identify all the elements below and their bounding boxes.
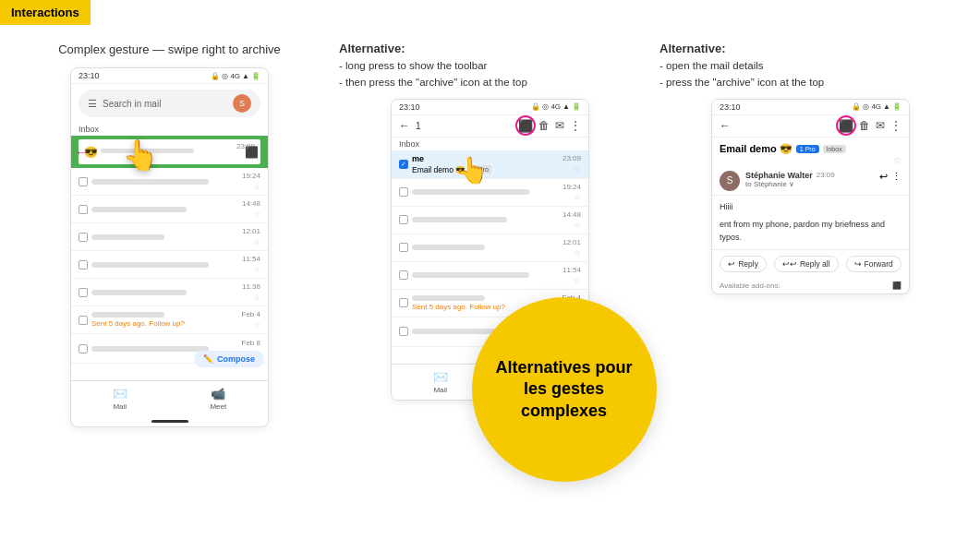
checkbox-6[interactable] [79,344,88,353]
email-content-5 [91,290,238,295]
time-row-4: 11:54 [242,255,260,263]
yellow-circle-overlay: Alternatives pour les gestes complexes [472,297,657,482]
email-content-fu: Sent 5 days ago. Follow up? [91,312,238,328]
checkbox-4[interactable] [79,260,88,270]
detail-title-row: Email demo 😎 1 Pro Inbox [720,143,901,155]
home-indicator-1 [151,420,188,423]
p2-cb-4[interactable] [399,270,408,280]
sender-avatar: S [720,171,740,191]
p2-time-2: 14:48 [563,210,581,219]
more-icon-3[interactable]: ⋮ [890,119,901,132]
panel2-alt-title: Alternative: [339,42,641,55]
time-2: 23:10 [399,102,420,112]
p2-star-2: ☆ [574,221,581,230]
search-placeholder: Search in mail [103,99,227,109]
mail-icon-1: ✉️ [113,387,127,401]
addons-bar: Available add-ons: ⬛ [712,278,909,293]
star-fu: ☆ [253,320,260,329]
panel1-title: Complex gesture — swipe right to archive [58,42,281,58]
4g-icon-3: 4G [871,102,881,111]
email-row-2: 14:48 ☆ [71,196,268,223]
forward-button[interactable]: ↪ Forward [846,256,901,272]
more-icon-2[interactable]: ⋮ [570,119,581,132]
delete-icon-3[interactable]: 🗑 [859,119,870,132]
detail-email-title: Email demo 😎 [720,143,792,155]
lock-icon-2: 🔒 [531,102,540,111]
checkbox-selected[interactable]: ✓ [399,160,408,169]
email-content-2 [91,207,238,212]
email-row-3: 12:01 ☆ [71,223,268,251]
p2-meta-1: 19:24 ☆ [563,183,581,202]
p2-cb-3[interactable] [399,243,408,252]
delete-icon-2[interactable]: 🗑 [538,119,550,132]
email-row-4: 11:54 ☆ [71,251,268,279]
p2-email-row-3: 12:01 ☆ [392,234,588,262]
reply-button[interactable]: ↩ Reply [720,256,767,272]
detail-star-area: ☆ [720,155,901,165]
body-hi: Hiiii [720,201,901,214]
p2-cb-2[interactable] [399,215,408,224]
gesture-hand-2: 👆 [456,155,489,186]
interactions-badge: Interactions [0,0,91,25]
p2-bar-1 [412,189,529,195]
4g-icon-2: 4G [550,102,561,111]
sender-info: Stéphanie Walter 23:09 to Stéphanie ∨ [745,171,874,188]
selected-meta: 23:09 ☆ [563,154,581,174]
meta-3: 12:01 ☆ [242,227,260,246]
selected-email-row: ✓ me Email demo 😎 1 Pro 23:09 ☆ 👆 [392,150,588,179]
email-bar-6 [91,346,209,352]
p2-meta-4: 11:54 ☆ [563,266,581,285]
email-row-followup: Sent 5 days ago. Follow up? Feb 4 ☆ [71,306,268,334]
email-content-3 [91,234,238,240]
p2-meta-2: 14:48 ☆ [563,210,581,230]
p2-cb-fu[interactable] [399,298,408,307]
email-icon-2[interactable]: ✉ [555,119,564,132]
nav-mail-1[interactable]: ✉️ Mail [113,387,127,411]
compose-button-1[interactable]: ✏️ Compose [194,351,264,367]
status-icons-1: 🔒 ◎ 4G ▲ 🔋 [211,72,260,80]
back-icon-2[interactable]: ← [399,119,410,132]
checkbox-3[interactable] [79,233,88,242]
selected-time: 23:09 [563,154,581,162]
lock-icon: 🔒 [211,72,220,80]
back-icon-3[interactable]: ← [720,119,731,132]
reply-label: Reply [738,259,758,269]
reply-arrow-icon: ↩ [728,259,735,269]
p2-cb-1[interactable] [399,187,408,197]
archive-icon-container: ⬛ [518,119,533,133]
checkbox-1[interactable] [79,177,88,186]
more-action-icon[interactable]: ⋮ [891,171,901,183]
status-icons-2: 🔒 ◎ 4G ▲ 🔋 [531,102,581,111]
signal-icon-3: ◎ [863,102,869,111]
pencil-icon-1: ✏️ [203,354,213,364]
checkbox-5[interactable] [79,288,88,297]
gmail-search-1[interactable]: ☰ Search in mail S [79,90,260,117]
body-text: ent from my phone, pardon my briefness a… [720,219,901,244]
swipe-arrow-icon: ← [75,145,88,160]
hamburger-icon: ☰ [88,98,97,110]
checkbox-fu[interactable] [79,316,88,325]
swipe-email-content: 😎 23:09 ☆ [79,139,260,164]
mail-label-2: Mail [433,386,447,394]
forward-label: Forward [865,259,893,269]
checkbox-2[interactable] [79,205,88,214]
lock-icon-3: 🔒 [852,102,861,111]
p2-cb-6[interactable] [399,327,408,336]
time-1: 23:10 [79,71,100,80]
nav-mail-2[interactable]: ✉️ Mail [433,370,448,394]
nav-meet-1[interactable]: 📹 Meet [210,387,226,411]
mail-label-1: Mail [113,402,127,411]
archive-icon-container-3: ⬛ [839,119,853,133]
p2-star-3: ☆ [574,248,581,258]
email-icon-3[interactable]: ✉ [876,119,885,132]
p2-email-row-1: 19:24 ☆ [392,179,588,207]
sender-name-row: Stéphanie Walter 23:09 [745,171,874,180]
p2-bar-4 [412,272,529,278]
star-5: ☆ [253,293,260,302]
email-row-5: 11:36 ☆ [71,279,268,306]
signal-icon-2: ◎ [542,102,549,111]
detail-star[interactable]: ☆ [893,155,901,165]
panel2-alt-desc: - long press to show the toolbar- then p… [339,57,641,91]
reply-all-button[interactable]: ↩↩ Reply all [774,256,839,272]
reply-icon-action[interactable]: ↩ [879,171,888,183]
